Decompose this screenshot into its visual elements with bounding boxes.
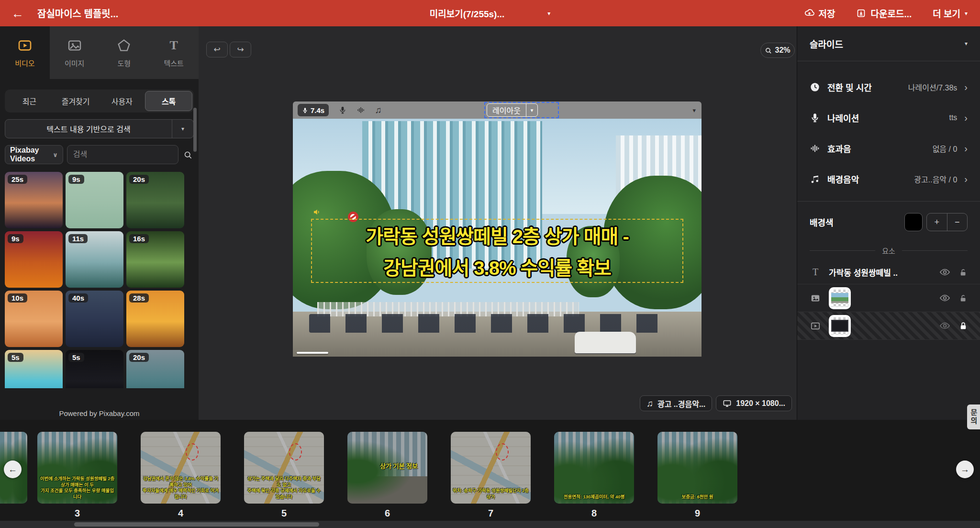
stock-video-stormy-ocean[interactable]: 40s (66, 291, 123, 347)
stock-video-orange-interior[interactable]: 10s (5, 291, 63, 347)
provider-dropdown[interactable]: Pixabay Videos ∨ (5, 145, 63, 164)
layer-row-1[interactable] (797, 284, 980, 312)
tab-image[interactable]: 이미지 (50, 26, 100, 79)
tab-video[interactable]: 비디오 (0, 26, 50, 79)
source-tab-3[interactable]: 스톡 (145, 91, 192, 111)
property-row-1[interactable]: 나레이션tts› (810, 102, 968, 133)
property-row-3[interactable]: 배경음악광고..음악 / 0› (810, 164, 968, 194)
history-buttons: ↩ ↪ (206, 42, 251, 57)
stock-video-calm-sea-horizon[interactable]: 11s (66, 231, 123, 288)
scene-parked-cars (309, 314, 669, 333)
stock-video-mountain-lake[interactable]: 20s (126, 350, 184, 388)
pixabay-attribution[interactable]: Powered by Pixabay.com (0, 406, 199, 420)
text-content-search-chevron[interactable]: ▾ (172, 120, 193, 138)
zoom-control[interactable]: 32% (760, 43, 795, 58)
stock-video-beach-waves[interactable]: 5s (5, 350, 63, 388)
visibility-eye-icon[interactable] (939, 267, 950, 278)
layer-label: 가락동 성원쌍떼빌 .. (829, 266, 898, 278)
more-button[interactable]: 더 보기 ▾ (933, 7, 968, 20)
clip-music-icon[interactable]: ♫ (375, 105, 381, 115)
clip-progress-indicator (297, 352, 328, 354)
clip-mic-icon[interactable] (338, 106, 347, 114)
source-tab-1[interactable]: 즐겨찾기 (53, 91, 99, 111)
duration-badge: 9s (8, 234, 23, 243)
video-icon (17, 38, 33, 53)
filmstrip-slide-4[interactable]: 강남권에서 흔치 않은 3.8% 수익률을 기록하고 있어 투자자들에게 매우 … (141, 432, 221, 519)
filmstrip-slide-7[interactable]: 위치: 송파구 가락동 성원쌍떼빌단지 2층 상가7 (451, 432, 531, 519)
duration-badge: 5s (68, 353, 84, 362)
color-plus-button[interactable]: + (927, 213, 947, 231)
filmstrip-prev-button[interactable]: ← (4, 461, 22, 478)
source-tab-0[interactable]: 최근 (6, 91, 53, 111)
save-button[interactable]: 저장 (804, 7, 835, 20)
asset-panel-body: 최근즐겨찾기사용자스톡 텍스트 내용 기반으로 검색 ▾ Pixabay Vid… (0, 79, 199, 407)
layer-row-2[interactable] (797, 312, 980, 340)
stock-video-halloween-pumpkin[interactable]: 9s (5, 231, 63, 288)
preview-button[interactable]: 미리보기(7/255s)... (430, 7, 505, 20)
resolution-button[interactable]: 1920 × 1080... (716, 395, 792, 411)
panel-scrollbar (193, 108, 197, 376)
stock-video-sunset-sun[interactable]: 28s (126, 291, 184, 347)
filmstrip-slide-9[interactable]: 보증금: 6천만 원9 (657, 432, 737, 519)
stock-video-forest-waterfall[interactable]: 20s (126, 172, 184, 228)
slide-caption: 이번에 소개하는 가락동 성원쌍떼빌 2층 상가 매매는 이 두 가지 조건을 … (39, 476, 116, 500)
property-row-2[interactable]: 효과음없음 / 0› (810, 133, 968, 164)
lock-closed-icon[interactable] (959, 322, 968, 330)
search-input[interactable] (67, 145, 178, 164)
elements-divider: 요소 (810, 246, 968, 256)
lock-open-icon[interactable] (959, 268, 968, 277)
filmstrip-slide-3[interactable]: 이번에 소개하는 가락동 성원쌍떼빌 2층 상가 매매는 이 두 가지 조건을 … (37, 432, 117, 519)
color-minus-button[interactable]: − (947, 213, 968, 231)
redo-button[interactable]: ↪ (230, 42, 251, 57)
tab-label: 비디오 (15, 58, 34, 68)
visibility-eye-icon[interactable] (939, 320, 950, 331)
subtitle-text-element[interactable]: 가락동 성원쌍떼빌 2층 상가 매매 - 강남권에서 3.8% 수익률 확보 (311, 219, 683, 283)
preview-chevron-down-icon[interactable]: ▾ (547, 10, 550, 17)
stock-video-city-skyline-night[interactable]: 25s (5, 172, 63, 228)
undo-button[interactable]: ↩ (206, 42, 228, 57)
stock-video-sunlit-forest[interactable]: 16s (126, 231, 184, 288)
visibility-eye-icon[interactable] (939, 292, 950, 303)
property-row-0[interactable]: 전환 및 시간나레이션/7.38s› (810, 72, 968, 102)
filmstrip-scrollbar-thumb[interactable] (74, 522, 319, 527)
filmstrip-next-button[interactable]: → (956, 461, 974, 478)
layer-list: T가락동 성원쌍떼빌 .. (797, 260, 980, 340)
source-tab-2[interactable]: 사용자 (99, 91, 145, 111)
stock-video-falling-gold-coins[interactable]: 9s (66, 172, 123, 228)
clip-waveform-icon[interactable] (356, 106, 365, 114)
lock-open-icon[interactable] (959, 294, 968, 303)
download-label: 다운로드... (870, 7, 912, 20)
bgm-button[interactable]: ♫ 광고 ..경음악... (640, 395, 713, 411)
filmstrip-slide-8[interactable]: 전용면적: 130제곱미터, 약 40평8 (554, 432, 634, 519)
narration-duration-pill[interactable]: 7.4s (298, 104, 329, 116)
filmstrip-slide-6[interactable]: 상가 기본 정보6 (347, 432, 427, 519)
layout-chevron-down-icon[interactable]: ▾ (526, 104, 537, 116)
stock-search-row: Pixabay Videos ∨ (5, 145, 194, 164)
layer-thumbnail (829, 315, 851, 337)
layer-row-0[interactable]: T가락동 성원쌍떼빌 .. (797, 260, 980, 284)
video-preview[interactable]: 가락동 성원쌍떼빌 2층 상가 매매 - 강남권에서 3.8% 수익률 확보 (293, 119, 702, 357)
panel-scrollbar-thumb[interactable] (193, 108, 197, 152)
slide-caption: 위치: 송파구 가락동 성원쌍떼빌단지 2층 상가 (452, 488, 529, 500)
project-title: 잠실마이스 템플릿... (37, 6, 118, 20)
search-button[interactable] (182, 145, 194, 164)
tab-shape[interactable]: 도형 (100, 26, 149, 79)
canvas-bottom-buttons: ♫ 광고 ..경음악... 1920 × 1080... (640, 395, 792, 411)
download-button[interactable]: 다운로드... (856, 7, 912, 20)
slide-panel-header: 슬라이드 ▾ (797, 26, 980, 61)
background-color-steppers: + − (926, 213, 968, 231)
slide-thumbnail: 이번에 소개하는 가락동 성원쌍떼빌 2층 상가 매매는 이 두 가지 조건을 … (37, 432, 117, 504)
duration-badge: 20s (129, 175, 149, 184)
filmstrip-slide-5[interactable]: 상가는 주택과 달리 다주택자 중과 부담도 없고 주택에 묶인 각종 규제에서… (244, 432, 324, 519)
tab-text[interactable]: T텍스트 (149, 26, 199, 79)
inquiry-tab[interactable]: 문의 (967, 404, 980, 429)
duration-badge: 10s (8, 293, 27, 303)
clip-toolbar-chevron-down-icon[interactable]: ▾ (692, 107, 696, 114)
back-icon[interactable]: ← (11, 7, 24, 20)
layout-button[interactable]: 레이아웃 ▾ (487, 103, 538, 117)
stock-video-cartoon-cat-dark[interactable]: 5s (66, 350, 123, 388)
text-content-search-button[interactable]: 텍스트 내용 기반으로 검색 (5, 120, 172, 138)
slide-panel-chevron-down-icon[interactable]: ▾ (965, 40, 968, 47)
video-layer-icon (810, 321, 821, 331)
background-color-swatch[interactable] (904, 213, 923, 231)
